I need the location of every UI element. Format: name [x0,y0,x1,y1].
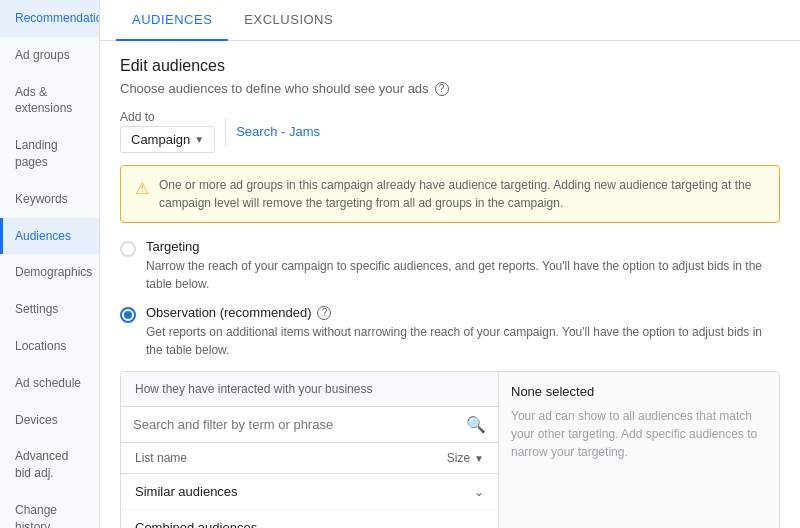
content-area: Edit audiences Choose audiences to defin… [100,41,800,528]
campaign-name: Search - Jams [236,124,320,139]
sidebar-item-ad-groups[interactable]: Ad groups [0,37,99,74]
observation-help-icon[interactable]: ? [317,306,331,320]
tab-audiences[interactable]: AUDIENCES [116,0,228,41]
add-to-label: Add to [120,110,215,124]
sidebar-item-recommendations[interactable]: Recommendations [0,0,99,37]
observation-radio[interactable] [120,307,136,323]
main-content: AUDIENCESEXCLUSIONS Edit audiences Choos… [100,0,800,528]
audience-list: Similar audiences⌄Combined audiences⌄Web… [121,474,498,528]
sidebar-item-demographics[interactable]: Demographics [0,254,99,291]
list-item-similar-audiences[interactable]: Similar audiences⌄ [121,474,498,510]
sidebar-item-settings[interactable]: Settings [0,291,99,328]
chevron-down-icon: ▼ [194,134,204,145]
targeting-option[interactable]: Targeting Narrow the reach of your campa… [120,239,780,293]
left-panel-header: How they have interacted with your busin… [121,372,498,407]
sidebar: RecommendationsAd groupsAds & extensions… [0,0,100,528]
search-bar: 🔍 [121,407,498,443]
sidebar-item-advanced-bid-adj[interactable]: Advanced bid adj. [0,438,99,492]
tabs-bar: AUDIENCESEXCLUSIONS [100,0,800,41]
list-header: List name Size ▼ [121,443,498,474]
sidebar-item-keywords[interactable]: Keywords [0,181,99,218]
add-to-select: Add to Campaign ▼ [120,110,215,153]
sidebar-item-landing-pages[interactable]: Landing pages [0,127,99,181]
sort-icon: ▼ [474,453,484,464]
right-panel-desc: Your ad can show to all audiences that m… [511,407,767,461]
audience-search-input[interactable] [133,417,458,432]
size-sort-button[interactable]: Size ▼ [447,451,484,465]
targeting-radio[interactable] [120,241,136,257]
sidebar-item-change-history[interactable]: Change history [0,492,99,528]
chevron-down-icon: ⌄ [474,521,484,529]
targeting-text: Targeting Narrow the reach of your campa… [146,239,780,293]
warning-icon: ⚠ [135,177,149,201]
chevron-down-icon: ⌄ [474,485,484,499]
tab-exclusions[interactable]: EXCLUSIONS [228,0,349,41]
warning-box: ⚠ One or more ad groups in this campaign… [120,165,780,223]
audience-panel: How they have interacted with your busin… [120,371,780,528]
search-icon: 🔍 [466,415,486,434]
section-title: Edit audiences [120,57,780,75]
sidebar-item-ads--extensions[interactable]: Ads & extensions [0,74,99,128]
observation-option[interactable]: Observation (recommended) ? Get reports … [120,305,780,359]
section-desc: Choose audiences to define who should se… [120,81,780,96]
add-to-row: Add to Campaign ▼ Search - Jams [120,110,780,153]
sidebar-item-audiences[interactable]: Audiences [0,218,99,255]
left-panel: How they have interacted with your busin… [121,372,499,528]
observation-text: Observation (recommended) ? Get reports … [146,305,780,359]
sidebar-item-locations[interactable]: Locations [0,328,99,365]
divider [225,118,226,146]
help-icon[interactable]: ? [435,82,449,96]
sidebar-item-ad-schedule[interactable]: Ad schedule [0,365,99,402]
list-item-combined-audiences[interactable]: Combined audiences⌄ [121,510,498,528]
campaign-select-button[interactable]: Campaign ▼ [120,126,215,153]
sidebar-item-devices[interactable]: Devices [0,402,99,439]
right-panel-title: None selected [511,384,767,399]
right-panel: None selected Your ad can show to all au… [499,372,779,528]
